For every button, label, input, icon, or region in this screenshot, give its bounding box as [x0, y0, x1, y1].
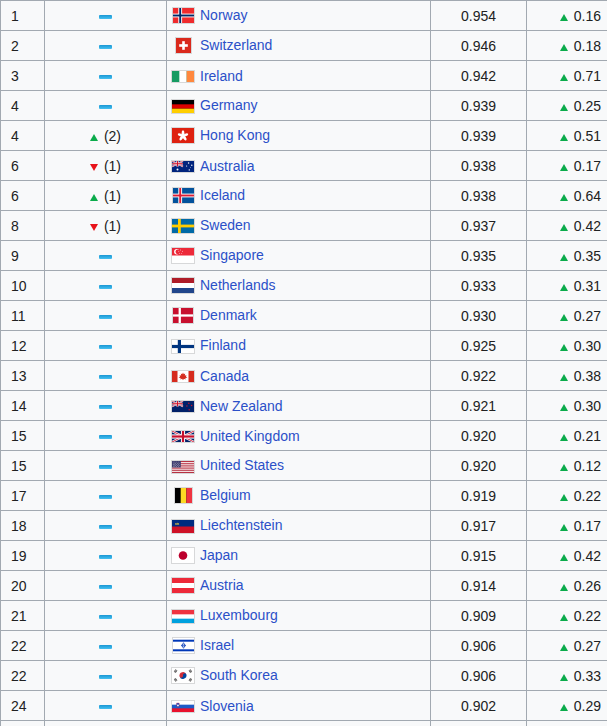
rank-cell: 17	[1, 481, 45, 511]
increase-icon	[560, 374, 568, 381]
country-link[interactable]: Hong Kong	[200, 127, 270, 143]
rank-cell: 24	[1, 691, 45, 721]
country-link[interactable]: Belgium	[200, 487, 251, 503]
country-cell: Japan	[167, 541, 431, 571]
country-link[interactable]: Singapore	[200, 247, 264, 263]
country-link[interactable]: Denmark	[200, 307, 257, 323]
flag-japan-icon	[171, 547, 195, 564]
rank-cell: 6	[1, 181, 45, 211]
hdi-change-value: 0.64	[570, 188, 601, 204]
hdi-ranking-table: 1Norway0.954 0.162Switzerland0.946 0.183…	[0, 0, 607, 726]
flag-belgium-icon	[174, 487, 193, 504]
increase-icon	[560, 644, 568, 651]
country-cell: Switzerland	[167, 31, 431, 61]
country-link[interactable]: Canada	[200, 368, 249, 384]
increase-icon	[560, 314, 568, 321]
country-cell: Ireland	[167, 61, 431, 91]
steady-icon	[99, 675, 112, 679]
table-row: 12Finland0.925 0.30	[1, 331, 607, 361]
hdi-value-cell: 0.921	[431, 391, 527, 421]
hdi-change-cell: 0.42	[527, 541, 607, 571]
flag-hongkong-icon	[171, 127, 195, 144]
rank-change-cell	[45, 61, 167, 91]
rank-change-cell	[45, 1, 167, 31]
hdi-change-value: 0.27	[570, 638, 601, 654]
flag-singapore-icon	[171, 247, 195, 264]
rank-cell: 14	[1, 391, 45, 421]
country-cell: Netherlands	[167, 271, 431, 301]
country-cell: Hong Kong	[167, 121, 431, 151]
country-link[interactable]: Finland	[200, 337, 246, 353]
country-link[interactable]: Sweden	[200, 217, 251, 233]
hdi-change-cell: 0.27	[527, 301, 607, 331]
rank-change-cell	[45, 301, 167, 331]
country-link[interactable]: Germany	[200, 97, 258, 113]
flag-slot	[171, 187, 195, 204]
rank-change-cell	[45, 661, 167, 691]
table-row: 19Japan0.915 0.42	[1, 541, 607, 571]
country-link[interactable]: Liechtenstein	[200, 517, 283, 533]
steady-icon	[99, 315, 112, 319]
hdi-value-cell: 0.939	[431, 91, 527, 121]
flag-slot	[171, 700, 195, 713]
country-link[interactable]: Slovenia	[200, 698, 254, 714]
flag-slot	[171, 307, 195, 324]
hdi-value-cell: 0.919	[431, 481, 527, 511]
rank-change-cell	[45, 421, 167, 451]
country-link[interactable]: New Zealand	[200, 398, 283, 414]
flag-slot	[171, 370, 195, 383]
country-link[interactable]: United Kingdom	[200, 428, 300, 444]
country-link[interactable]: Ireland	[200, 68, 243, 84]
country-cell: Denmark	[167, 301, 431, 331]
hdi-change-value: 0.42	[570, 218, 601, 234]
country-link[interactable]: Switzerland	[200, 37, 272, 53]
increase-icon	[560, 584, 568, 591]
hdi-value-cell: 0.942	[431, 61, 527, 91]
flag-finland-icon	[171, 339, 195, 354]
flag-slot	[171, 37, 195, 54]
table-row: 9Singapore0.935 0.35	[1, 241, 607, 271]
country-cell: Sweden	[167, 211, 431, 241]
flag-slot	[171, 637, 195, 654]
country-cell: Norway	[167, 1, 431, 31]
country-link[interactable]: Netherlands	[200, 277, 276, 293]
hdi-value-cell: 0.954	[431, 1, 527, 31]
hdi-value-cell: 0.893	[431, 721, 527, 726]
flag-norway-icon	[172, 7, 195, 24]
increase-icon	[560, 674, 568, 681]
country-link[interactable]: Iceland	[200, 187, 245, 203]
hdi-value-cell: 0.939	[431, 121, 527, 151]
country-link[interactable]: South Korea	[200, 667, 278, 683]
rank-change-cell	[45, 241, 167, 271]
country-link[interactable]: Australia	[200, 158, 254, 174]
rank-cell: 4	[1, 91, 45, 121]
country-link[interactable]: United States	[200, 457, 284, 473]
steady-icon	[99, 75, 112, 79]
flag-slot	[171, 667, 195, 684]
flag-slot	[171, 247, 195, 264]
table-row: 21Luxembourg0.909 0.22	[1, 601, 607, 631]
rank-change-cell	[45, 601, 167, 631]
country-link[interactable]: Israel	[200, 637, 234, 653]
increase-icon	[560, 134, 568, 141]
hdi-change-value: 0.16	[570, 8, 601, 24]
increase-icon	[90, 194, 98, 201]
hdi-change-value: 0.22	[570, 488, 601, 504]
hdi-change-value: 0.22	[570, 608, 601, 624]
steady-icon	[99, 435, 112, 439]
rank-change-places: (1)	[100, 218, 121, 234]
table-row: 4Germany0.939 0.25	[1, 91, 607, 121]
rank-cell: 20	[1, 571, 45, 601]
flag-uk-icon	[171, 430, 195, 443]
country-link[interactable]: Austria	[200, 577, 244, 593]
country-link[interactable]: Norway	[200, 7, 247, 23]
hdi-change-cell: 0.64	[527, 181, 607, 211]
country-link[interactable]: Japan	[200, 547, 238, 563]
flag-newzealand-icon	[171, 400, 195, 413]
country-link[interactable]: Luxembourg	[200, 607, 278, 623]
hdi-value-cell: 0.920	[431, 421, 527, 451]
flag-netherlands-icon	[171, 277, 195, 294]
rank-cell: 4	[1, 121, 45, 151]
increase-icon	[560, 104, 568, 111]
hdi-change-cell: 0.71	[527, 61, 607, 91]
